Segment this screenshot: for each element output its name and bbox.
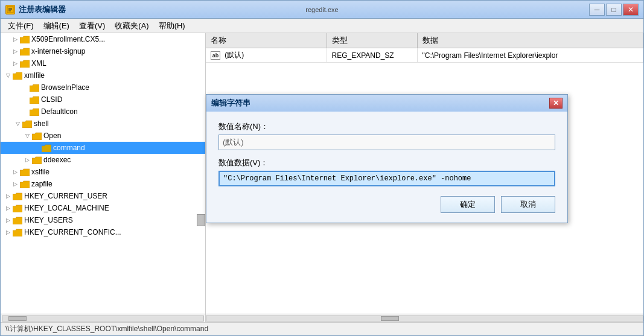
expand-icon-ddeexec[interactable]: ▷ <box>22 155 32 165</box>
tree-item-xslfile[interactable]: ▷ xslfile <box>1 166 205 178</box>
status-text: \\计算机\HKEY_CLASSES_ROOT\xmlfile\shell\Op… <box>5 324 208 334</box>
menu-help[interactable]: 帮助(H) <box>154 19 190 33</box>
folder-icon-ddeexec <box>32 156 42 164</box>
window-subtitle: regedit.exe <box>305 6 338 13</box>
folder-icon-xmlfile <box>13 71 22 80</box>
menu-edit[interactable]: 编辑(E) <box>39 19 74 33</box>
tree-label-open: Open <box>43 132 61 140</box>
tree-item-ddeexec[interactable]: ▷ ddeexec <box>1 154 205 166</box>
tree-label-hklm: HKEY_LOCAL_MACHINE <box>24 204 109 212</box>
tree-label-zapfile: zapfile <box>31 180 53 188</box>
svg-marker-6 <box>20 60 30 68</box>
tree-item-xml[interactable]: ▷ XML <box>1 57 205 69</box>
col-name: 名称 <box>206 33 327 48</box>
folder-icon-shell <box>22 119 32 128</box>
table-row[interactable]: ab (默认) REG_EXPAND_SZ "C:\Program Files\… <box>206 48 643 63</box>
expand-icon-zapfile[interactable]: ▷ <box>10 179 20 189</box>
field-data-label: 数值数据(V)： <box>218 157 555 168</box>
ok-button[interactable]: 确定 <box>441 196 495 213</box>
tree-label-x509: X509Enrollment.CX5... <box>31 35 105 43</box>
window-title: 注册表编辑器 <box>19 4 66 15</box>
svg-marker-17 <box>13 193 22 200</box>
expand-icon-shell[interactable]: ▽ <box>13 119 22 128</box>
svg-marker-18 <box>13 205 22 212</box>
dialog-close-button[interactable]: ✕ <box>549 98 563 109</box>
svg-marker-9 <box>30 97 39 104</box>
dialog-title-bar: 编辑字符串 ✕ <box>206 95 567 112</box>
tree-item-command[interactable]: ▷ command <box>1 142 205 154</box>
h-scrollbar-right[interactable] <box>206 314 643 322</box>
svg-marker-14 <box>32 157 42 164</box>
svg-marker-4 <box>20 36 30 43</box>
folder-icon-clsid <box>30 95 39 104</box>
tree-label-command: command <box>53 144 85 152</box>
folder-icon-open <box>32 132 42 140</box>
tree-item-hkcc[interactable]: ▷ HKEY_CURRENT_CONFIC... <box>1 226 205 238</box>
folder-icon-browseInPlace <box>30 83 39 92</box>
tree-item-x-internet[interactable]: ▷ x-internet-signup <box>1 45 205 57</box>
folder-icon-xslfile <box>20 168 30 176</box>
dialog-buttons: 确定 取消 <box>218 196 555 213</box>
folder-icon-xml <box>20 59 30 68</box>
col-type: 类型 <box>327 33 417 48</box>
expand-icon-open[interactable]: ▽ <box>22 131 32 141</box>
h-scrollbar-left[interactable] <box>1 314 206 322</box>
svg-marker-20 <box>13 229 22 236</box>
field-name-input[interactable] <box>218 135 555 150</box>
svg-marker-11 <box>22 121 32 128</box>
svg-marker-13 <box>42 145 51 152</box>
expand-icon-hkcu[interactable]: ▷ <box>3 191 13 201</box>
tree-item-xmlfile[interactable]: ▽ xmlfile <box>1 69 205 81</box>
expand-icon-hkcc[interactable]: ▷ <box>3 227 13 237</box>
cancel-button[interactable]: 取消 <box>501 196 555 213</box>
tree-item-browseInPlace[interactable]: ▷ BrowseInPlace <box>1 81 205 94</box>
tree-item-zapfile[interactable]: ▷ zapfile <box>1 178 205 190</box>
tree-item-defaultIcon[interactable]: ▷ DefaultIcon <box>1 106 205 118</box>
menu-file[interactable]: 文件(F) <box>3 19 39 33</box>
minimize-button[interactable]: ─ <box>589 4 605 16</box>
expand-icon-xmlfile[interactable]: ▽ <box>3 71 13 80</box>
dialog-title: 编辑字符串 <box>211 98 250 109</box>
folder-icon-hkcc <box>13 228 22 236</box>
title-bar: 注册表编辑器 regedit.exe ─ □ ✕ <box>1 1 643 19</box>
col-data: 数据 <box>417 33 643 48</box>
expand-icon-hklm[interactable]: ▷ <box>3 203 13 213</box>
folder-icon-hkcu <box>13 192 22 200</box>
svg-marker-10 <box>30 109 39 116</box>
tree-item-clsid[interactable]: ▷ CLSID <box>1 94 205 106</box>
tree-label-clsid: CLSID <box>41 95 62 104</box>
expand-icon-hku[interactable]: ▷ <box>3 215 13 225</box>
svg-marker-12 <box>32 133 42 140</box>
folder-icon-hklm <box>13 204 22 212</box>
expand-icon-xslfile[interactable]: ▷ <box>10 167 20 177</box>
tree-item-hkcu[interactable]: ▷ HKEY_CURRENT_USER <box>1 190 205 202</box>
svg-marker-15 <box>20 169 30 176</box>
folder-icon-hku <box>13 216 22 224</box>
tree-label-hkcu: HKEY_CURRENT_USER <box>24 192 107 200</box>
tree-label-hkcc: HKEY_CURRENT_CONFIC... <box>24 228 121 236</box>
field-data-input[interactable] <box>218 171 555 186</box>
tree-item-hku[interactable]: ▷ HKEY_USERS <box>1 214 205 226</box>
folder-icon-defaultIcon <box>30 107 39 116</box>
tree-item-shell[interactable]: ▽ shell <box>1 118 205 130</box>
menu-view[interactable]: 查看(V) <box>74 19 110 33</box>
reg-name-cell: ab (默认) <box>206 48 327 63</box>
folder-icon-command <box>42 144 51 152</box>
tree-label-xml: XML <box>31 59 46 68</box>
h-scrollbar-row <box>1 314 643 322</box>
tree-item-open[interactable]: ▽ Open <box>1 130 205 142</box>
tree-item-hklm[interactable]: ▷ HKEY_LOCAL_MACHINE <box>1 202 205 214</box>
app-icon <box>5 5 15 14</box>
tree-item-x509[interactable]: ▷ X509Enrollment.CX5... <box>1 33 205 45</box>
svg-marker-7 <box>13 72 22 80</box>
svg-marker-19 <box>13 217 22 224</box>
expand-icon-x-internet[interactable]: ▷ <box>10 46 20 56</box>
close-button[interactable]: ✕ <box>623 4 639 16</box>
maximize-button[interactable]: □ <box>606 4 622 16</box>
svg-marker-16 <box>20 181 30 188</box>
reg-ab-icon: ab <box>211 51 220 60</box>
tree-label-defaultIcon: DefaultIcon <box>41 107 78 116</box>
menu-favorites[interactable]: 收藏夹(A) <box>110 19 153 33</box>
expand-icon-xml[interactable]: ▷ <box>10 59 20 68</box>
expand-icon-x509[interactable]: ▷ <box>10 34 20 44</box>
